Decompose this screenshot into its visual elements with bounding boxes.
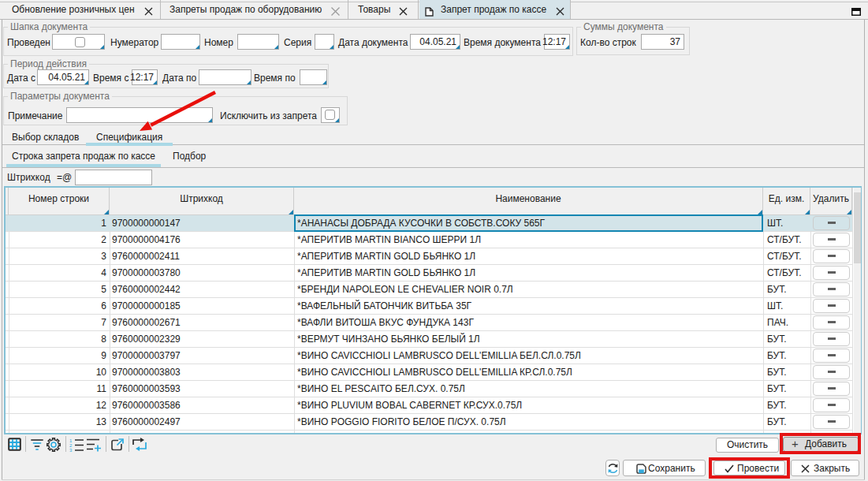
svg-text:3: 3 (69, 448, 73, 453)
